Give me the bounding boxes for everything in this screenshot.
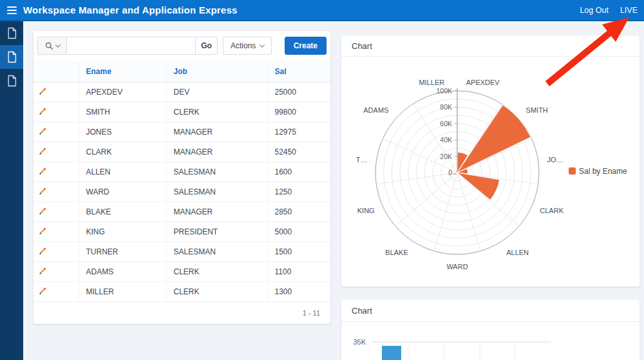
edit-row-button[interactable]: [38, 246, 48, 256]
column-header-job[interactable]: Job: [166, 62, 267, 82]
row-job: MANAGER: [166, 122, 267, 142]
app-header: Workspace Manager and Application Expres…: [0, 0, 644, 21]
edit-pencil-icon: [38, 166, 48, 176]
row-sal: 1600: [267, 162, 330, 182]
svg-text:0: 0: [448, 169, 452, 176]
column-header-sal[interactable]: Sal: [267, 62, 330, 82]
bar-chart: 35K: [341, 322, 639, 360]
row-ename: ALLEN: [79, 162, 166, 182]
edit-pencil-icon: [38, 206, 48, 216]
report-table-body: APEXDEV DEV 25000 SMITH CLERK 99800: [33, 82, 330, 301]
row-sal: 25000: [267, 82, 330, 102]
edit-pencil-icon: [38, 186, 48, 196]
document-icon: [6, 27, 17, 39]
svg-text:ALLEN: ALLEN: [506, 249, 529, 256]
bar-chart-card: Chart 35K: [341, 299, 639, 360]
edit-row-button[interactable]: [38, 186, 48, 196]
report-toolbar: Go Actions Create: [33, 31, 330, 62]
svg-text:Sal by Ename: Sal by Ename: [579, 167, 627, 176]
table-row: CLARK MANAGER 52450: [33, 142, 330, 162]
go-button[interactable]: Go: [196, 37, 218, 55]
sidebar-page-item[interactable]: [0, 45, 23, 69]
edit-pencil-icon: [38, 146, 48, 156]
document-icon: [6, 75, 17, 87]
svg-text:BLAKE: BLAKE: [385, 249, 408, 256]
edit-row-button[interactable]: [38, 126, 48, 136]
row-sal: 2850: [267, 202, 330, 222]
edit-row-button[interactable]: [38, 166, 48, 176]
row-ename: BLAKE: [79, 202, 166, 222]
edit-pencil-icon: [38, 226, 48, 236]
table-row: BLAKE MANAGER 2850: [33, 202, 330, 222]
row-ename: APEXDEV: [79, 82, 166, 102]
row-job: MANAGER: [166, 142, 267, 162]
column-header-ename[interactable]: Ename: [79, 62, 166, 82]
edit-row-button[interactable]: [38, 206, 48, 216]
table-row: SMITH CLERK 99800: [33, 102, 330, 122]
edit-column-header: [33, 62, 79, 82]
svg-text:T…: T…: [356, 156, 368, 164]
svg-text:MILLER: MILLER: [419, 79, 444, 86]
page-title: Workspace Manager and Application Expres…: [23, 5, 237, 15]
log-out-link[interactable]: Log Out: [580, 6, 608, 15]
report-table: Ename Job Sal APEXDEV DEV 25000: [33, 62, 330, 302]
edit-pencil-icon: [38, 246, 48, 256]
svg-text:ADAMS: ADAMS: [363, 106, 388, 114]
edit-row-button[interactable]: [38, 146, 48, 156]
search-icon: [45, 42, 53, 50]
edit-pencil-icon: [38, 126, 48, 136]
chevron-down-icon: [260, 42, 265, 47]
sidebar-page-item[interactable]: [0, 69, 23, 93]
row-ename: TURNER: [79, 242, 166, 261]
edit-pencil-icon: [38, 266, 48, 276]
table-row: APEXDEV DEV 25000: [33, 82, 330, 102]
table-header-row: Ename Job Sal: [33, 62, 330, 82]
svg-text:35K: 35K: [353, 338, 366, 346]
row-job: DEV: [166, 82, 267, 102]
row-job: PRESIDENT: [166, 222, 267, 242]
row-sal: 52450: [267, 142, 330, 162]
edit-row-button[interactable]: [38, 226, 48, 236]
row-ename: JONES: [79, 122, 166, 142]
chevron-down-icon: [55, 42, 60, 47]
sidebar: [0, 21, 23, 360]
row-job: SALESMAN: [166, 182, 267, 202]
actions-button[interactable]: Actions: [223, 37, 272, 55]
live-link[interactable]: LIVE: [620, 6, 638, 15]
search-column-dropdown[interactable]: [37, 37, 67, 55]
row-ename: CLARK: [79, 142, 166, 162]
svg-text:WARD: WARD: [446, 263, 468, 270]
edit-row-button[interactable]: [38, 286, 48, 296]
edit-row-button[interactable]: [38, 106, 48, 116]
row-ename: ADAMS: [79, 261, 166, 281]
row-sal: 1500: [267, 242, 330, 261]
interactive-report-card: Go Actions Create Ename Job Sal: [33, 31, 330, 324]
svg-text:40K: 40K: [440, 136, 452, 144]
create-button[interactable]: Create: [285, 37, 327, 55]
chart-1-title: Chart: [341, 35, 639, 57]
row-ename: MILLER: [79, 281, 166, 301]
svg-text:20K: 20K: [440, 153, 452, 160]
row-job: MANAGER: [166, 202, 267, 222]
row-sal: 1100: [267, 261, 330, 281]
chart-2-title: Chart: [341, 299, 639, 322]
svg-text:JO…: JO…: [547, 156, 564, 164]
svg-text:SMITH: SMITH: [526, 106, 548, 114]
svg-text:100K: 100K: [436, 87, 452, 95]
row-sal: 99800: [267, 102, 330, 122]
pagination-label: 1 - 11: [303, 309, 320, 317]
sidebar-page-item[interactable]: [0, 21, 23, 45]
table-row: WARD SALESMAN 1250: [33, 182, 330, 202]
search-input[interactable]: [67, 37, 196, 55]
menu-icon[interactable]: [0, 0, 23, 20]
table-row: MILLER CLERK 1300: [33, 281, 330, 301]
edit-row-button[interactable]: [38, 86, 48, 96]
actions-label: Actions: [231, 41, 256, 50]
row-job: CLERK: [166, 261, 267, 281]
document-icon: [6, 51, 17, 63]
table-row: JONES MANAGER 12975: [33, 122, 330, 142]
row-ename: WARD: [79, 182, 166, 202]
row-job: CLERK: [166, 102, 267, 122]
edit-row-button[interactable]: [38, 266, 48, 276]
svg-text:60K: 60K: [440, 120, 452, 128]
